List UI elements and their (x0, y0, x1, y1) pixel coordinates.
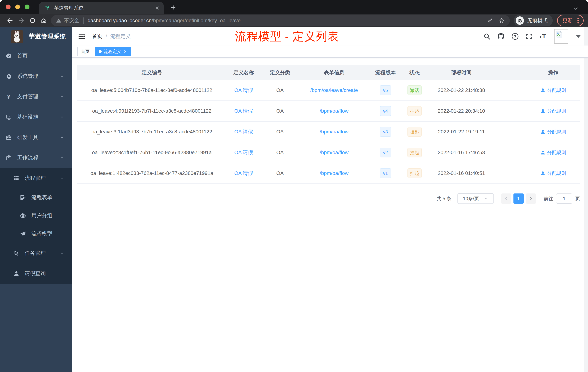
screenshot-root: 芋道管理系统 (0, 0, 588, 372)
ops-cell: 分配规则 (526, 142, 580, 163)
help-icon[interactable]: ? (511, 33, 519, 40)
sidebar-item-label: 支付管理 (17, 93, 60, 100)
assign-rule-link[interactable]: 分配规则 (540, 170, 566, 176)
ops-cell: 分配规则 (526, 80, 580, 100)
goto-label: 前往 (544, 196, 553, 202)
chevron-down-icon (60, 251, 64, 255)
assign-rule-link[interactable]: 分配规则 (540, 149, 566, 156)
kebab-menu-icon[interactable] (577, 17, 579, 24)
favicon-plant-icon (44, 5, 50, 11)
user-icon (540, 150, 546, 155)
form-icon (19, 194, 27, 201)
window-zoom-button[interactable] (25, 5, 30, 9)
new-tab-button[interactable] (170, 5, 176, 10)
forward-button[interactable] (16, 17, 27, 24)
definition-category-cell: OA (261, 170, 299, 176)
svg-text:T: T (542, 33, 546, 40)
assign-rule-link[interactable]: 分配规则 (540, 108, 566, 114)
sidebar: 芋道管理系统 首页系统管理¥支付管理基础设施研发工具工作流程流程管理流程表单用户… (0, 27, 72, 372)
assign-rule-link[interactable]: 分配规则 (540, 129, 566, 135)
incognito-label: 无痕模式 (527, 17, 548, 24)
tag-home[interactable]: 首页 (77, 47, 93, 56)
page-scrollbar[interactable] (584, 27, 588, 372)
ops-cell: 分配规则 (526, 101, 580, 121)
sidebar-item-infra[interactable]: 基础设施 (0, 107, 72, 127)
fullscreen-icon[interactable] (525, 33, 533, 40)
form-info-cell: /bpm/oa/flow (299, 129, 369, 135)
form-info-link[interactable]: /bpm/oa/leave/create (310, 87, 358, 93)
process-version-cell: v3 (369, 127, 402, 137)
deploy-time-cell: 2022-01-22 19:19:11 (427, 129, 495, 135)
assign-rule-link[interactable]: 分配规则 (540, 87, 566, 94)
browser-chrome: 芋道管理系统 (0, 0, 588, 27)
tag-process-definition[interactable]: 流程定义 (95, 47, 131, 56)
ops-cell: 分配规则 (526, 121, 580, 142)
definition-name-link[interactable]: OA 请假 (234, 128, 253, 135)
form-info-link[interactable]: /bpm/oa/flow (320, 108, 348, 114)
definition-name-link[interactable]: OA 请假 (234, 108, 253, 114)
address-bar[interactable]: 不安全 dashboard.yudao.iocoder.cn/bpm/manag… (51, 15, 510, 26)
tag-close-icon[interactable] (124, 50, 127, 53)
password-key-icon[interactable] (487, 18, 493, 23)
sidebar-item-home[interactable]: 首页 (0, 46, 72, 66)
form-info-link[interactable]: /bpm/oa/flow (320, 170, 348, 176)
user-avatar[interactable] (554, 29, 568, 44)
next-page-button[interactable] (526, 194, 536, 204)
definition-name-cell: OA 请假 (226, 128, 261, 135)
form-info-link[interactable]: /bpm/oa/flow (320, 150, 348, 155)
form-info-link[interactable]: /bpm/oa/flow (320, 129, 348, 135)
yen-icon: ¥ (5, 93, 12, 100)
breadcrumb-home[interactable]: 首页 (92, 33, 102, 40)
definition-category-cell: OA (261, 87, 299, 93)
back-button[interactable] (4, 17, 16, 24)
goto-page-input[interactable] (556, 194, 572, 204)
browser-tabstrip: 芋道管理系统 (0, 0, 588, 14)
sidebar-item-system[interactable]: 系统管理 (0, 66, 72, 87)
status-badge: 挂起 (408, 168, 422, 178)
assign-rule-label: 分配规则 (547, 108, 566, 114)
goto-unit: 页 (575, 196, 580, 202)
browser-toolbar: 不安全 dashboard.yudao.iocoder.cn/bpm/manag… (0, 14, 588, 27)
definition-name-link[interactable]: OA 请假 (234, 87, 253, 94)
browser-tab[interactable]: 芋道管理系统 (39, 2, 164, 14)
sidebar-item-process-form[interactable]: 流程表单 (0, 188, 72, 207)
sidebar-fold-icon[interactable] (78, 33, 86, 40)
search-icon[interactable] (483, 33, 491, 40)
prev-page-button[interactable] (501, 194, 511, 204)
font-size-icon[interactable]: tT (539, 33, 548, 40)
breadcrumb: 首页 / 流程定义 (92, 33, 131, 40)
chevron-down-icon (60, 135, 64, 140)
window-minimize-button[interactable] (15, 5, 20, 9)
sidebar-logo[interactable]: 芋道管理系统 (0, 27, 72, 46)
sidebar-item-leave-query[interactable]: 请假查询 (0, 263, 72, 284)
page-size-select[interactable]: 10条/页 (457, 193, 494, 204)
tab-close-icon[interactable] (155, 6, 160, 10)
sidebar-item-workflow[interactable]: 工作流程 (0, 148, 72, 168)
definition-name-link[interactable]: OA 请假 (234, 149, 253, 156)
tab-search-chevron-icon[interactable] (573, 6, 578, 11)
incognito-icon (516, 16, 524, 25)
url-text[interactable]: dashboard.yudao.iocoder.cn/bpm/manager/d… (88, 18, 484, 23)
sidebar-item-label: 请假查询 (25, 270, 64, 277)
user-icon (540, 129, 546, 134)
update-chrome-button[interactable]: 更新 (557, 15, 584, 26)
definition-name-link[interactable]: OA 请假 (234, 170, 253, 177)
sidebar-item-process-mgmt[interactable]: 流程管理 (0, 168, 72, 188)
bookmark-star-icon[interactable] (499, 17, 505, 24)
sidebar-item-process-model[interactable]: 流程模型 (0, 225, 72, 243)
monitor-icon (5, 114, 12, 120)
list-icon (13, 175, 20, 181)
gear-icon (5, 73, 12, 79)
page-1-button[interactable]: 1 (514, 194, 524, 204)
sidebar-item-user-group[interactable]: 用户分组 (0, 207, 72, 225)
security-label[interactable]: 不安全 (64, 17, 79, 24)
sidebar-item-devtools[interactable]: 研发工具 (0, 127, 72, 148)
sidebar-item-label: 研发工具 (17, 134, 60, 141)
window-close-button[interactable] (6, 5, 10, 9)
home-button[interactable] (38, 17, 50, 24)
reload-button[interactable] (27, 17, 38, 24)
pagination-total: 共 5 条 (437, 196, 451, 202)
github-icon[interactable] (497, 33, 505, 40)
sidebar-item-payment[interactable]: ¥支付管理 (0, 87, 72, 107)
sidebar-item-task-mgmt[interactable]: 任务管理 (0, 243, 72, 263)
